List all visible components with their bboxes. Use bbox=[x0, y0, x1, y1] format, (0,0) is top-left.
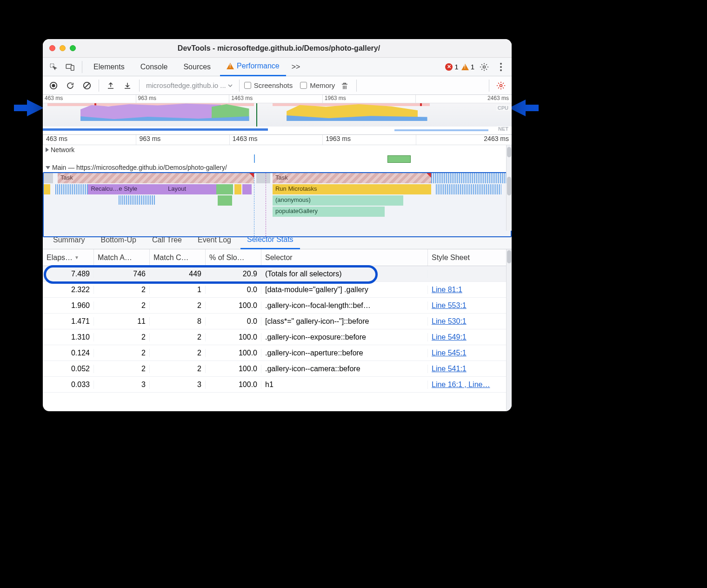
expand-icon bbox=[46, 147, 49, 152]
warning-icon bbox=[461, 64, 469, 70]
td-style-sheet: Line 549:1 bbox=[428, 333, 512, 341]
td-style-sheet: Line 541:1 bbox=[428, 365, 512, 373]
tick-label: 2463 ms bbox=[484, 135, 509, 142]
td-elapsed: 0.052 bbox=[43, 365, 94, 373]
warning-count: 1 bbox=[471, 63, 474, 71]
screenshots-checkbox[interactable]: Screenshots bbox=[244, 81, 293, 89]
error-icon: ✕ bbox=[445, 63, 453, 71]
tab-performance[interactable]: Performance bbox=[220, 58, 286, 76]
td-pct-slow: 0.0 bbox=[206, 286, 261, 294]
td-match-attempts: 2 bbox=[94, 286, 150, 294]
warning-badge[interactable]: 1 bbox=[461, 63, 474, 71]
td-match-attempts: 3 bbox=[94, 381, 150, 389]
table-row[interactable]: 0.03333100.0h1Line 16:1 , Line… bbox=[43, 377, 512, 393]
table-row[interactable]: 1.4711180.0[class*=" gallery-icon--"]::b… bbox=[43, 314, 512, 329]
td-match-count: 2 bbox=[150, 365, 206, 373]
td-elapsed: 1.471 bbox=[43, 317, 94, 326]
table-scrollbar[interactable] bbox=[506, 249, 512, 411]
network-bar[interactable] bbox=[387, 155, 411, 163]
td-match-count: 2 bbox=[150, 349, 206, 357]
annotation-arrow-right-stem bbox=[525, 105, 539, 111]
download-profile-icon[interactable] bbox=[120, 79, 134, 93]
net-strip: NET bbox=[43, 127, 512, 132]
close-window-button[interactable] bbox=[49, 45, 55, 51]
th-style-sheet[interactable]: Style Sheet bbox=[428, 249, 512, 266]
table-row[interactable]: 0.05222100.0.gallery-icon--camera::befor… bbox=[43, 361, 512, 377]
zoom-window-button[interactable] bbox=[70, 45, 76, 51]
style-sheet-link[interactable]: Line 549:1 bbox=[432, 333, 467, 341]
tracks-area[interactable]: Network Main — https://microsoftedge.git… bbox=[43, 145, 512, 231]
collapse-icon bbox=[46, 166, 50, 169]
garbage-collect-icon[interactable] bbox=[338, 79, 352, 93]
svg-line-10 bbox=[85, 83, 89, 87]
performance-toolbar: microsoftedge.github.io ... Screenshots … bbox=[43, 76, 512, 95]
table-row[interactable]: 7.48974644920.9(Totals for all selectors… bbox=[43, 266, 512, 282]
table-header-row: Elaps…▼ Match A… Match C… % of Slo… Sele… bbox=[43, 249, 512, 266]
more-menu-icon[interactable] bbox=[494, 60, 508, 74]
memory-checkbox[interactable]: Memory bbox=[300, 81, 335, 89]
tracks-scrollbar[interactable] bbox=[506, 145, 512, 231]
overview-ruler: 463 ms 963 ms 1463 ms 1963 ms 2463 ms bbox=[43, 95, 512, 103]
main-track-header[interactable]: Main — https://microsoftedge.github.io/D… bbox=[43, 163, 512, 172]
clear-button[interactable] bbox=[80, 79, 94, 93]
td-elapsed: 0.033 bbox=[43, 381, 94, 389]
style-sheet-link[interactable]: Line 16:1 , Line… bbox=[432, 381, 490, 388]
th-match-count[interactable]: Match C… bbox=[150, 249, 206, 266]
error-count: 1 bbox=[454, 63, 458, 71]
tick-label: 1463 ms bbox=[231, 95, 253, 101]
table-row[interactable]: 1.96022100.0.gallery-icon--focal-length:… bbox=[43, 298, 512, 314]
overview-timeline[interactable]: 463 ms 963 ms 1463 ms 1963 ms 2463 ms CP… bbox=[43, 95, 512, 135]
tab-elements[interactable]: Elements bbox=[87, 58, 131, 76]
th-pct-slow[interactable]: % of Slo… bbox=[206, 249, 261, 266]
td-match-attempts: 2 bbox=[94, 349, 150, 357]
table-row[interactable]: 0.12422100.0.gallery-icon--aperture::bef… bbox=[43, 345, 512, 361]
td-pct-slow: 20.9 bbox=[206, 270, 261, 278]
table-row[interactable]: 1.31022100.0.gallery-icon--exposure::bef… bbox=[43, 329, 512, 345]
main-flamechart[interactable]: Task Task Recalcu…e Style Layout Run Mic… bbox=[43, 172, 512, 237]
network-track-header[interactable]: Network bbox=[43, 145, 512, 154]
td-selector: .gallery-icon--focal-length::bef… bbox=[261, 301, 428, 310]
td-selector: h1 bbox=[261, 381, 428, 389]
td-match-count: 449 bbox=[150, 270, 206, 278]
checkbox-label: Memory bbox=[310, 81, 335, 89]
tab-label: Elements bbox=[93, 63, 125, 71]
capture-settings-icon[interactable] bbox=[494, 79, 508, 93]
td-style-sheet: Line 530:1 bbox=[428, 317, 512, 326]
settings-icon[interactable] bbox=[477, 60, 491, 74]
svg-point-4 bbox=[500, 63, 502, 65]
td-match-count: 3 bbox=[150, 381, 206, 389]
th-selector[interactable]: Selector bbox=[261, 249, 428, 266]
upload-profile-icon[interactable] bbox=[104, 79, 118, 93]
record-button[interactable] bbox=[47, 79, 60, 93]
tick-label: 1963 ms bbox=[326, 135, 351, 142]
titlebar: DevTools - microsoftedge.github.io/Demos… bbox=[43, 39, 512, 58]
style-sheet-link[interactable]: Line 530:1 bbox=[432, 317, 467, 325]
style-sheet-link[interactable]: Line 553:1 bbox=[432, 301, 467, 309]
tab-sources[interactable]: Sources bbox=[177, 58, 217, 76]
style-sheet-link[interactable]: Line 81:1 bbox=[432, 286, 462, 294]
flame-label: Recalcu…e Style bbox=[91, 185, 137, 192]
td-elapsed: 0.124 bbox=[43, 349, 94, 357]
inspect-element-icon[interactable] bbox=[47, 60, 60, 74]
th-match-attempts[interactable]: Match A… bbox=[94, 249, 150, 266]
td-elapsed: 7.489 bbox=[43, 270, 94, 278]
td-match-count: 2 bbox=[150, 333, 206, 341]
recording-selector-dropdown[interactable]: microsoftedge.github.io ... bbox=[144, 81, 234, 89]
td-style-sheet: Line 16:1 , Line… bbox=[428, 381, 512, 389]
table-row[interactable]: 2.322210.0[data-module="gallery"] .galle… bbox=[43, 282, 512, 298]
th-elapsed[interactable]: Elaps…▼ bbox=[43, 249, 94, 266]
tick-label: 963 ms bbox=[139, 135, 160, 142]
tabs-overflow-button[interactable]: >> bbox=[289, 58, 303, 76]
td-selector: (Totals for all selectors) bbox=[261, 270, 428, 278]
minimize-window-button[interactable] bbox=[60, 45, 66, 51]
reload-button[interactable] bbox=[63, 79, 77, 93]
flame-label: populateGallery bbox=[275, 207, 318, 214]
style-sheet-link[interactable]: Line 545:1 bbox=[432, 349, 467, 357]
warning-icon bbox=[227, 63, 234, 69]
annotation-arrow-left bbox=[27, 100, 44, 116]
style-sheet-link[interactable]: Line 541:1 bbox=[432, 365, 467, 373]
device-toolbar-icon[interactable] bbox=[63, 60, 77, 74]
td-match-attempts: 2 bbox=[94, 333, 150, 341]
error-badge[interactable]: ✕ 1 bbox=[445, 63, 458, 71]
tab-console[interactable]: Console bbox=[134, 58, 174, 76]
